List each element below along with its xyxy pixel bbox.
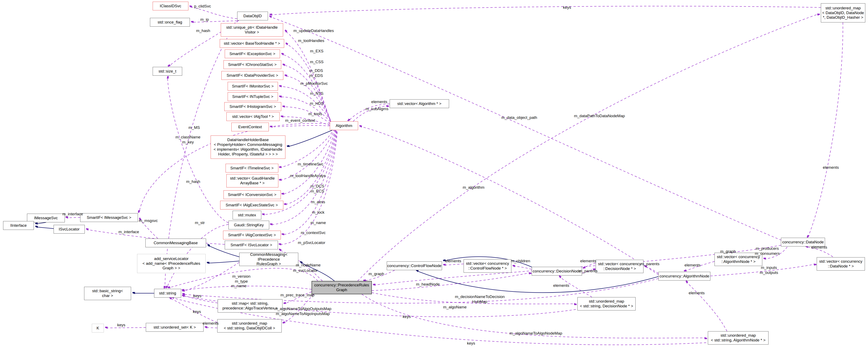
node-gaudi-stringkey[interactable]: Gaudi::StringKey [228,221,269,229]
edge-label-p-clidsvc: p_clidSvc [194,4,211,9]
edge-label-m-inputs-outputs: m_inputs m_outputs [760,265,778,275]
node-vector-gaudihandlearraybase[interactable]: std::vector< GaudiHandle ArrayBase * > [226,174,278,187]
edge-m-algorithm [360,126,658,275]
node-commonmessaging[interactable]: CommonMessaging< IPrecedence RulesGraph … [239,253,298,266]
edge-inherit-cm-asl [207,261,239,263]
edge-label-m-updatedatahandles: m_updateDataHandles [293,28,334,33]
edge-label-m-exs: m_EXS [310,49,323,54]
collaboration-diagram: IClassIDSvc std::once_flag std::size_t D… [0,0,868,351]
edge-keys-uset [105,327,146,328]
node-iclassidsvc[interactable]: IClassIDSvc [153,2,188,10]
node-smartif-ichronostatsvc[interactable]: SmartIF< IChronoStatSvc > [223,60,281,69]
edge-elements-coll [205,327,217,328]
edge-label-keys-decmap: keys [403,314,411,319]
edge-label-m-toolhandlearrays: m_toolHandleArrays [290,173,326,178]
edge-label-m-name-alg: m_name [311,220,326,225]
edge-label-m-timelinesvc: m_timelineSvc [298,162,323,167]
edge-m-css [283,65,332,123]
node-datahandleholderbase[interactable]: DataHandleHolderBase < PropertyHolder< C… [211,136,285,159]
edge-label-m-children: m_children [511,259,530,264]
edge-m-datapathtodatanodemap [358,14,819,281]
node-smartif-imessagesvc[interactable]: SmartIF< IMessageSvc > [80,213,138,222]
node-vector-basetoolhandle[interactable]: std::vector< BaseToolHandle * > [220,39,284,48]
node-smartif-idataprovidersvc[interactable]: SmartIF< IDataProviderSvc > [221,71,283,80]
node-map-algotracevertex[interactable]: std::map< std::string, precedence::AlgoT… [218,299,282,313]
node-unordered-set-k[interactable]: std::unordered_set< K > [146,323,204,332]
edge-label-m-lock: m_lock [312,210,324,215]
edge-label-m-headnode: m_headNode [416,282,440,287]
node-controlflownode[interactable]: concurrency::ControlFlowNode [387,261,442,270]
node-vector-algorithm[interactable]: std::vector< Algorithm * > [390,99,449,108]
edge-elements-cfn [444,264,464,265]
edge-label-keys-datapath: keys [563,5,571,10]
edge-label-m-hash-stringkey: m_hash [186,179,200,184]
node-size-t[interactable]: std::size_t [153,67,182,76]
edge-label-m-parents-an: m_parents [641,261,659,266]
node-umap-datapath[interactable]: std::unordered_map < DataObjID, DataNode… [821,3,865,23]
node-algorithm[interactable]: Algorithm [330,121,358,130]
edge-m-headnode [372,273,531,291]
edge-inherit-imessagesvc-iinterface [36,222,46,224]
node-smartif-intuplesvc[interactable]: SmartIF< INTupleSvc > [228,92,278,101]
edge-label-elements-vecdatanode: elements [811,245,827,250]
edge-label-m-prec-trace-map: m_prec_trace_map [280,293,314,298]
node-add-servicelocator[interactable]: add_serviceLocator < add_name< IPreceden… [137,254,206,273]
edge-label-elements-vecalg: elements [371,99,387,104]
node-algorithmnode[interactable]: concurrency::AlgorithmNode [658,272,710,281]
node-mutex[interactable]: std::mutex [232,211,261,220]
node-vector-decisionnode[interactable]: std::vector< concurrency ::DecisionNode … [596,260,644,273]
edge-label-m-graph-datanode: m_graph [720,249,736,254]
node-basic-string[interactable]: std::basic_string< char > [84,287,131,300]
edge-label-m-classname-key: m_className m_key [176,135,200,145]
node-string[interactable]: std::string [154,289,181,298]
node-vector-controlflownode[interactable]: std::vector< concurrency ::ControlFlowNo… [464,259,512,273]
node-eventcontext[interactable]: EventContext [231,123,269,131]
edge-label-m-str: m_str [195,220,205,225]
edge-label-m-parents-dn: m_parents [579,268,597,273]
edge-label-elements-dn: elements [580,259,596,264]
edge-inherit-algorithm-dhb [287,130,332,147]
node-unique-ptr-idatahandlevisitor[interactable]: std::unique_ptr< IDataHandle Visitor > [221,23,283,36]
edge-label-m-psvclocator: m_pSvcLocator [298,240,325,245]
node-precedencerulesgraph[interactable]: concurrency::PrecedenceRules Graph [312,281,372,294]
edge-label-m-nodename: m_nodeName [296,263,320,268]
edge-label-m-nts: m_NTS [310,91,323,96]
node-vector-datanode[interactable]: std::vector< concurrency ::DataNode * > [817,257,865,270]
edge-label-m-hds: m_HDS [310,101,324,106]
node-commonmessagingbase[interactable]: CommonMessagingBase [145,239,206,247]
node-umap-decisionnode[interactable]: std::unordered_map < std::string, Decisi… [578,297,636,311]
edge-keys-datapath [270,6,821,15]
node-decisionnode[interactable]: concurrency::DecisionNode [532,267,582,275]
edge-label-m-msgsvc: m_msgsvc [139,218,158,223]
node-vector-ialgtool[interactable]: std::vector< IAlgTool * > [226,112,280,121]
edge-label-elements-algmap: elements [688,291,705,295]
node-umap-algorithmnode[interactable]: std::unordered_map < std::string, Algori… [708,331,769,345]
node-iinterface[interactable]: IInterface [3,221,34,230]
node-isvclocator[interactable]: ISvcLocator [54,225,85,234]
edge-label-m-aess: m_aess [311,200,325,204]
node-smartif-ihistogramsvc[interactable]: SmartIF< IHistogramSvc > [224,102,281,111]
edge-label-keys-uset: keys [117,323,125,327]
node-smartif-iconversionsvc[interactable]: SmartIF< IConversionSvc > [223,191,281,199]
edge-label-m-interface-top: m_interface [62,211,83,216]
edge-m-interface-top [66,217,80,218]
edge-label-m-pmonitorsvc: m_pMonitorSvc [300,81,328,86]
node-dataobjid[interactable]: DataObjID [237,12,268,20]
edge-label-m-name-graph: m_name [231,284,247,288]
node-umap-dataobjidcoll[interactable]: std::unordered_map < std::string, DataOb… [217,319,282,332]
edge-label-m-data-object-path: m_data_object_path [501,115,537,120]
node-k[interactable]: K [92,324,104,332]
node-smartif-ialgcontextsvc[interactable]: SmartIF< IAlgContextSvc > [223,231,281,239]
edge-m-ip [191,21,237,22]
node-smartif-isvclocator[interactable]: SmartIF< ISvcLocator > [225,241,278,250]
edge-label-m-graph-cfn: m_graph [369,271,384,276]
edge-label-keys-coll: keys [193,309,201,314]
node-smartif-itimelinesvc[interactable]: SmartIF< ITimelineSvc > [225,164,278,173]
edge-label-elements-decmap: elements [553,283,569,288]
edge-label-m-dcs-ecs: m_DCS m_ECS [311,184,324,194]
node-smartif-ialgexecstatesvc[interactable]: SmartIF< IAlgExecStateSvc > [220,201,283,209]
edge-elements-algmap [686,282,727,331]
node-once-flag[interactable]: std::once_flag [150,18,190,27]
node-smartif-iexceptionsvc[interactable]: SmartIF< IExceptionSvc > [225,50,280,58]
node-smartif-imonitorsvc[interactable]: SmartIF< IMonitorSvc > [228,82,278,91]
